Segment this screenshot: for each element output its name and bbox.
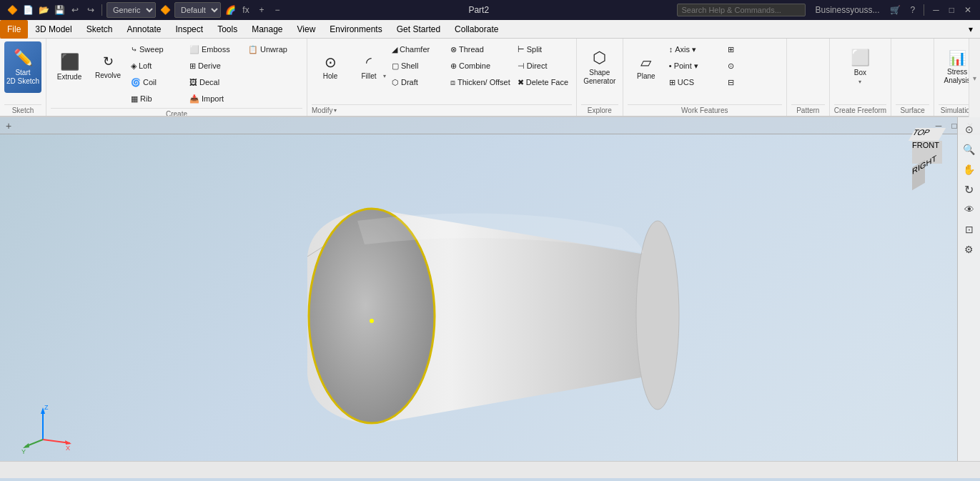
derive-icon: ⊞ <box>189 61 196 71</box>
revolve-label: Revolve <box>95 71 121 80</box>
extrude-button[interactable]: ⬛ Extrude <box>51 41 88 93</box>
menu-manage[interactable]: Manage <box>244 20 289 39</box>
ribbon-expand-button[interactable]: ▾ <box>969 39 980 117</box>
pattern-rect-button[interactable]: ⊞ <box>725 41 782 57</box>
split-button[interactable]: ⊢ Split <box>515 41 572 57</box>
open-btn[interactable]: 📂 <box>37 4 50 16</box>
fillet-button[interactable]: ◜ Fillet ▾ <box>350 41 387 93</box>
plane-icon: ▱ <box>640 54 651 71</box>
menu-file[interactable]: File <box>0 20 28 39</box>
point-button[interactable]: • Point ▾ <box>666 58 723 74</box>
box-label: Box <box>854 69 866 77</box>
import-label: Import <box>202 94 224 103</box>
chamfer-button[interactable]: ◢ Chamfer <box>389 41 446 57</box>
svg-text:X: X <box>66 445 70 452</box>
ribbon-section-create: ⬛ Extrude ↻ Revolve ⤷ Sweep ◈ Loft <box>46 39 307 116</box>
thicken-button[interactable]: ⧈ Thicken/ Offset <box>447 74 513 90</box>
menu-inspect[interactable]: Inspect <box>168 20 210 39</box>
plane-label: Plane <box>637 72 655 81</box>
coil-button[interactable]: 🌀 Coil <box>128 74 185 90</box>
loft-button[interactable]: ◈ Loft <box>128 58 185 74</box>
combine-button[interactable]: ⊕ Combine <box>447 58 513 74</box>
emboss-button[interactable]: ⬜ Emboss <box>187 41 244 57</box>
svg-point-0 <box>636 221 679 410</box>
plus-icon[interactable]: + <box>255 4 268 16</box>
wf-col-plane: ▱ Plane <box>628 41 665 93</box>
fillet-dropdown-arrow: ▾ <box>383 73 386 80</box>
icon-placeholder: 🔶 <box>159 4 172 16</box>
redo-btn[interactable]: ↪ <box>84 4 97 16</box>
menu-3d-model[interactable]: 3D Model <box>28 20 79 39</box>
unwrap-button[interactable]: 📋 Unwrap <box>245 41 302 57</box>
generic-dropdown[interactable]: Generic <box>107 2 156 18</box>
ribbon-section-work-features: ▱ Plane ↕ Axis ▾ • Point ▾ ⊞ UCS <box>623 39 787 116</box>
delete-face-button[interactable]: ✖ Delete Face <box>515 74 572 90</box>
maximize-btn[interactable]: □ <box>946 4 957 16</box>
menu-collaborate[interactable]: Collaborate <box>447 20 505 39</box>
view-cube[interactable]: TOP FRONT RIGHT <box>912 128 962 178</box>
hole-label: Hole <box>323 72 338 81</box>
zoom-fit-btn[interactable]: ⊙ <box>960 120 979 139</box>
thread-button[interactable]: ⊗ Thread <box>447 41 513 57</box>
axis-button[interactable]: ↕ Axis ▾ <box>666 41 723 57</box>
new-btn[interactable]: 📄 <box>21 4 34 16</box>
plane-button[interactable]: ▱ Plane <box>628 41 665 93</box>
decal-button[interactable]: 🖼 Decal <box>187 74 244 90</box>
undo-btn[interactable]: ↩ <box>69 4 81 16</box>
modify-dropdown[interactable]: ▾ <box>334 107 337 114</box>
minus-icon[interactable]: − <box>271 4 284 16</box>
user-btn[interactable]: Businessyouss... <box>813 4 883 16</box>
modify-col-hole: ⊙ Hole <box>312 41 349 93</box>
close-btn[interactable]: ✕ <box>961 4 974 16</box>
menu-tools[interactable]: Tools <box>210 20 244 39</box>
menu-view[interactable]: View <box>290 20 323 39</box>
hole-button[interactable]: ⊙ Hole <box>312 41 349 93</box>
direct-button[interactable]: ⊣ Direct <box>515 58 572 74</box>
modify-buttons: ⊙ Hole ◜ Fillet ▾ ◢ Chamfer ▢ Shell <box>312 41 572 103</box>
menu-display-toggle[interactable]: ▾ <box>961 20 980 39</box>
decal-label: Decal <box>199 78 219 86</box>
loft-label: Loft <box>139 61 152 70</box>
ribbon-section-modify: ⊙ Hole ◜ Fillet ▾ ◢ Chamfer ▢ Shell <box>307 39 577 116</box>
cart-icon[interactable]: 🛒 <box>887 4 904 16</box>
sweep-button[interactable]: ⤷ Sweep <box>128 41 185 57</box>
rib-button[interactable]: ▦ Rib <box>128 91 185 106</box>
draft-button[interactable]: ⬡ Draft <box>389 74 446 90</box>
menu-environments[interactable]: Environments <box>322 20 389 39</box>
shell-button[interactable]: ▢ Shell <box>389 58 446 74</box>
save-btn[interactable]: 💾 <box>53 4 66 16</box>
start-sketch-button[interactable]: ✏️ Start2D Sketch <box>4 41 41 93</box>
decal-icon: 🖼 <box>189 78 197 86</box>
formula-icon[interactable]: fx <box>239 4 252 16</box>
delete-face-label: Delete Face <box>526 78 568 86</box>
derive-button[interactable]: ⊞ Derive <box>187 58 244 74</box>
menu-get-started[interactable]: Get Started <box>390 20 447 39</box>
pan-btn[interactable]: ✋ <box>960 160 979 179</box>
pattern-circ-button[interactable]: ⊙ <box>725 58 782 74</box>
zoom-window-btn[interactable]: ⊡ <box>960 220 979 239</box>
revolve-button[interactable]: ↻ Revolve <box>89 41 127 93</box>
minimize-btn[interactable]: ─ <box>930 4 942 16</box>
create-col-2: ⤷ Sweep ◈ Loft 🌀 Coil ▦ Rib <box>128 41 185 106</box>
default-dropdown[interactable]: Default <box>174 2 221 18</box>
menu-annotate[interactable]: Annotate <box>119 20 168 39</box>
search-bar[interactable] <box>674 2 808 18</box>
settings-btn[interactable]: ⚙ <box>960 240 979 259</box>
menu-sketch[interactable]: Sketch <box>79 20 120 39</box>
menu-bar: File 3D Model Sketch Annotate Inspect To… <box>0 20 980 39</box>
ucs-button[interactable]: ⊞ UCS <box>666 74 723 90</box>
help-icon[interactable]: ? <box>908 4 919 16</box>
look-at-btn[interactable]: 👁 <box>960 200 979 219</box>
search-input[interactable] <box>677 4 806 16</box>
zoom-in-btn[interactable]: 🔍 <box>960 140 979 159</box>
orbit-btn[interactable]: ↻ <box>960 180 979 199</box>
shape-generator-button[interactable]: ⬡ ShapeGenerator <box>581 41 618 93</box>
unwrap-label: Unwrap <box>260 45 287 54</box>
cube-top-face[interactable]: TOP <box>909 128 946 141</box>
mirror-button[interactable]: ⊟ <box>725 74 782 90</box>
pattern-section-label: Pattern <box>791 104 825 114</box>
sweep-label: Sweep <box>139 45 164 54</box>
import-button[interactable]: 📥 Import <box>187 91 244 106</box>
box-button[interactable]: ⬜ Box ▾ <box>841 41 878 93</box>
delete-face-icon: ✖ <box>518 78 524 87</box>
